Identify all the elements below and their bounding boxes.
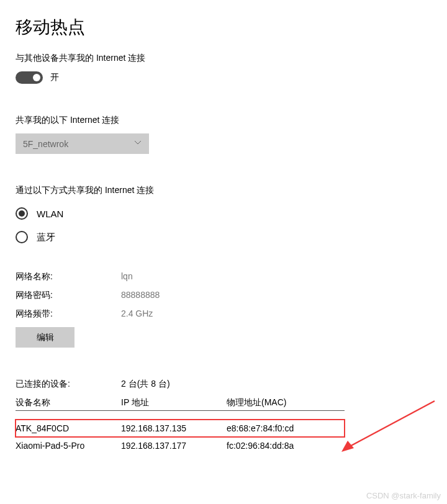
device-row: Xiaomi-Pad-5-Pro 192.168.137.177 fc:02:9… xyxy=(16,437,345,454)
connected-devices-label: 已连接的设备: xyxy=(16,379,121,390)
device-name: Xiaomi-Pad-5-Pro xyxy=(16,441,121,451)
share-from-label: 共享我的以下 Internet 连接 xyxy=(16,115,431,126)
share-connection-label: 与其他设备共享我的 Internet 连接 xyxy=(16,53,431,64)
network-name-value: lqn xyxy=(121,271,133,282)
annotation-arrow xyxy=(335,397,441,459)
device-row: ATK_84F0CD 192.168.137.135 e8:68:e7:84:f… xyxy=(16,420,345,437)
watermark: CSDN @stark-family xyxy=(366,491,441,500)
connected-devices-value: 2 台(共 8 台) xyxy=(121,379,170,390)
device-ip: 192.168.137.177 xyxy=(121,441,227,451)
toggle-knob xyxy=(33,74,40,81)
col-mac-address: 物理地址(MAC) xyxy=(227,397,345,408)
hotspot-toggle[interactable] xyxy=(16,71,43,84)
radio-icon xyxy=(16,231,28,243)
svg-line-0 xyxy=(346,401,435,448)
col-ip-address: IP 地址 xyxy=(121,397,227,408)
device-mac: fc:02:96:84:dd:8a xyxy=(227,441,345,451)
network-name-label: 网络名称: xyxy=(16,271,121,282)
chevron-down-icon xyxy=(134,140,142,148)
page-title: 移动热点 xyxy=(16,16,431,39)
network-band-value: 2.4 GHz xyxy=(121,308,153,320)
network-band-label: 网络频带: xyxy=(16,308,121,320)
devices-table: 设备名称 IP 地址 物理地址(MAC) ATK_84F0CD 192.168.… xyxy=(16,397,345,454)
network-password-value: 88888888 xyxy=(121,290,160,301)
edit-button[interactable]: 编辑 xyxy=(16,327,74,348)
radio-wlan-label: WLAN xyxy=(37,209,63,219)
radio-icon xyxy=(16,207,28,220)
connection-dropdown[interactable]: 5F_netwrok xyxy=(16,133,149,154)
radio-wlan[interactable]: WLAN xyxy=(16,207,431,220)
share-via-radio-group: WLAN 蓝牙 xyxy=(16,207,431,243)
device-ip: 192.168.137.135 xyxy=(121,423,227,433)
share-via-label: 通过以下方式共享我的 Internet 连接 xyxy=(16,185,431,196)
radio-bluetooth-label: 蓝牙 xyxy=(37,232,55,243)
device-mac: e8:68:e7:84:f0:cd xyxy=(227,423,345,433)
device-name: ATK_84F0CD xyxy=(16,423,121,433)
network-info: 网络名称: lqn 网络密码: 88888888 网络频带: 2.4 GHz xyxy=(16,271,431,320)
network-password-label: 网络密码: xyxy=(16,290,121,301)
toggle-state-label: 开 xyxy=(50,72,59,83)
dropdown-value: 5F_netwrok xyxy=(23,139,68,149)
radio-bluetooth[interactable]: 蓝牙 xyxy=(16,231,431,243)
col-device-name: 设备名称 xyxy=(16,397,121,408)
